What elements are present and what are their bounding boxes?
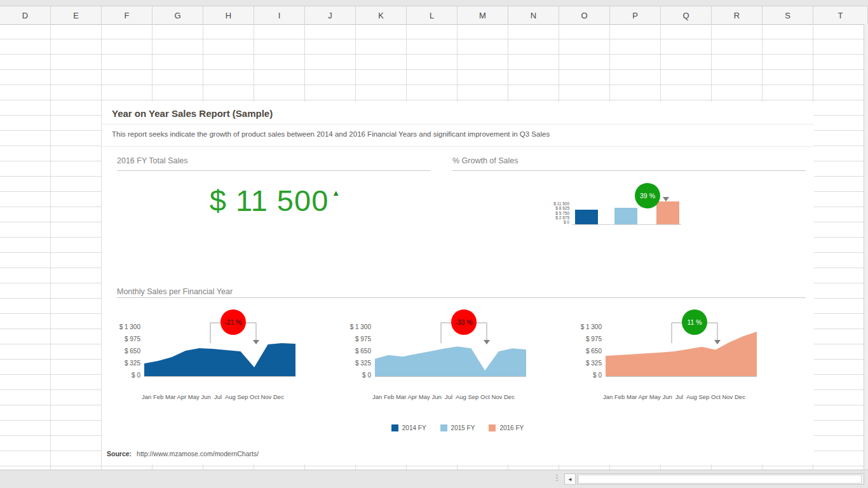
legend-swatch-2015 bbox=[440, 424, 447, 431]
legend-swatch-2016 bbox=[489, 424, 496, 431]
y-tick: $ 650 bbox=[111, 348, 140, 355]
section-title-monthly: Monthly Sales per Financial Year bbox=[117, 287, 233, 296]
section-divider bbox=[117, 170, 430, 171]
horizontal-scrollbar-thumb[interactable] bbox=[578, 475, 862, 484]
dip-badge-2015: -33 % bbox=[451, 309, 477, 335]
vertical-scrollbar-strip[interactable] bbox=[864, 24, 868, 470]
plot-area: -21 % bbox=[144, 327, 295, 377]
plot-area: -33 % bbox=[375, 327, 526, 377]
area-series-2015 bbox=[375, 327, 526, 376]
report-title: Year on Year Sales Report (Sample) bbox=[102, 102, 814, 125]
x-axis-labels: Jan Feb Mar Apr May Jun Jul Aug Sep Oct … bbox=[372, 393, 531, 400]
area-series-2014 bbox=[144, 327, 295, 376]
area-chart-2016-fy[interactable]: $ 1 300 $ 975 $ 650 $ 325 $ 0 11 % Jan F… bbox=[573, 327, 762, 410]
section-title-total-sales: 2016 FY Total Sales bbox=[117, 156, 187, 165]
legend-item-2016: 2016 FY bbox=[489, 424, 524, 431]
column-header-r[interactable]: R bbox=[712, 6, 763, 24]
legend-item-2015: 2015 FY bbox=[440, 424, 475, 431]
y-tick: $ 8 625 bbox=[540, 206, 569, 210]
window-top-strip bbox=[0, 0, 868, 6]
growth-badge-2016: 11 % bbox=[682, 309, 707, 335]
column-header-h[interactable]: H bbox=[203, 6, 254, 24]
total-sales-value: $ 11 500▲ bbox=[117, 183, 430, 218]
legend-swatch-2014 bbox=[391, 424, 398, 431]
chart-legend: 2014 FY 2015 FY 2016 FY bbox=[349, 424, 566, 431]
scroll-left-button[interactable]: ◄ bbox=[564, 473, 576, 485]
column-header-n[interactable]: N bbox=[508, 6, 559, 24]
y-tick: $ 11 500 bbox=[540, 201, 569, 206]
y-axis: $ 1 300 $ 975 $ 650 $ 325 $ 0 bbox=[111, 324, 140, 379]
down-arrow-icon bbox=[663, 197, 669, 201]
section-divider bbox=[452, 170, 806, 171]
plot-area: 11 % bbox=[606, 327, 757, 377]
area-chart-2015-fy[interactable]: $ 1 300 $ 975 $ 650 $ 325 $ 0 -33 % Jan … bbox=[342, 327, 531, 410]
total-sales-amount: $ 11 500 bbox=[210, 184, 329, 217]
column-header-q[interactable]: Q bbox=[661, 6, 712, 24]
column-header-g[interactable]: G bbox=[153, 6, 203, 24]
trend-up-icon: ▲ bbox=[332, 188, 341, 198]
column-header-j[interactable]: J bbox=[305, 6, 356, 24]
y-tick: $ 1 300 bbox=[111, 324, 140, 330]
y-tick: $ 1 300 bbox=[573, 324, 602, 330]
area-series-2016 bbox=[606, 327, 757, 376]
legend-label: 2016 FY bbox=[499, 424, 524, 431]
column-header-m[interactable]: M bbox=[458, 6, 508, 24]
column-header-k[interactable]: K bbox=[356, 6, 407, 24]
source-row: Source:http://www.mzamose.com/modernChar… bbox=[107, 450, 259, 458]
growth-y-axis: $ 11 500 $ 8 625 $ 5 750 $ 2 875 $ 0 bbox=[540, 201, 569, 224]
x-axis-labels: Jan Feb Mar Apr May Jun Jul Aug Sep Oct … bbox=[603, 393, 762, 400]
dip-badge-2014: -21 % bbox=[220, 309, 246, 335]
report-panel[interactable]: Year on Year Sales Report (Sample) This … bbox=[102, 102, 814, 464]
y-tick: $ 0 bbox=[540, 220, 569, 224]
y-tick: $ 1 300 bbox=[342, 324, 371, 330]
area-chart-2014-fy[interactable]: $ 1 300 $ 975 $ 650 $ 325 $ 0 -21 % Jan … bbox=[111, 327, 301, 410]
y-tick: $ 975 bbox=[573, 336, 602, 342]
column-header-f[interactable]: F bbox=[102, 6, 153, 24]
column-header-d[interactable]: D bbox=[0, 6, 51, 24]
horizontal-scrollbar-track[interactable] bbox=[577, 473, 864, 485]
growth-bar-chart[interactable]: $ 11 500 $ 8 625 $ 5 750 $ 2 875 $ 0 39 … bbox=[540, 200, 686, 232]
bar-2016-fy[interactable] bbox=[656, 201, 679, 224]
growth-plot-area: 39 % bbox=[572, 201, 681, 225]
source-label: Source: bbox=[107, 450, 132, 458]
column-header-e[interactable]: E bbox=[51, 6, 102, 24]
column-header-s[interactable]: S bbox=[763, 6, 813, 24]
y-tick: $ 975 bbox=[342, 336, 371, 342]
growth-badge: 39 % bbox=[635, 183, 660, 208]
y-axis: $ 1 300 $ 975 $ 650 $ 325 $ 0 bbox=[573, 324, 602, 379]
source-url[interactable]: http://www.mzamose.com/modernCharts/ bbox=[137, 450, 259, 458]
y-tick: $ 2 875 bbox=[540, 215, 569, 220]
y-tick: $ 650 bbox=[342, 348, 371, 355]
y-tick: $ 5 750 bbox=[540, 211, 569, 215]
section-divider bbox=[117, 297, 806, 298]
y-tick: $ 650 bbox=[573, 348, 602, 355]
column-header-i[interactable]: I bbox=[254, 6, 305, 24]
y-tick: $ 0 bbox=[573, 372, 602, 379]
y-tick: $ 975 bbox=[111, 336, 140, 342]
y-tick: $ 325 bbox=[111, 360, 140, 367]
bar-2015-fy[interactable] bbox=[614, 208, 637, 224]
tab-scroll-splitter-icon[interactable]: ⋮ bbox=[553, 473, 561, 482]
report-subtitle: This report seeks indicate the growth of… bbox=[102, 125, 814, 147]
column-headers: D E F G H I J K L M N O P Q R S T bbox=[0, 6, 868, 25]
legend-item-2014: 2014 FY bbox=[391, 424, 426, 431]
section-title-growth: % Growth of Sales bbox=[452, 156, 519, 165]
y-axis: $ 1 300 $ 975 $ 650 $ 325 $ 0 bbox=[342, 324, 371, 379]
legend-label: 2015 FY bbox=[451, 424, 475, 431]
x-axis-labels: Jan Feb Mar Apr May Jun Jul Aug Sep Oct … bbox=[142, 393, 301, 400]
y-tick: $ 0 bbox=[111, 372, 140, 379]
column-header-t[interactable]: T bbox=[813, 6, 868, 24]
y-tick: $ 325 bbox=[573, 360, 602, 367]
y-tick: $ 0 bbox=[342, 372, 371, 379]
column-header-p[interactable]: P bbox=[610, 6, 661, 24]
column-header-o[interactable]: O bbox=[559, 6, 610, 24]
y-tick: $ 325 bbox=[342, 360, 371, 367]
column-header-l[interactable]: L bbox=[407, 6, 458, 24]
bar-2014-fy[interactable] bbox=[575, 210, 598, 225]
left-arrow-icon: ◄ bbox=[567, 477, 573, 482]
legend-label: 2014 FY bbox=[402, 424, 426, 431]
bottom-scrollbar-bar: ⋮ ◄ bbox=[0, 470, 868, 488]
